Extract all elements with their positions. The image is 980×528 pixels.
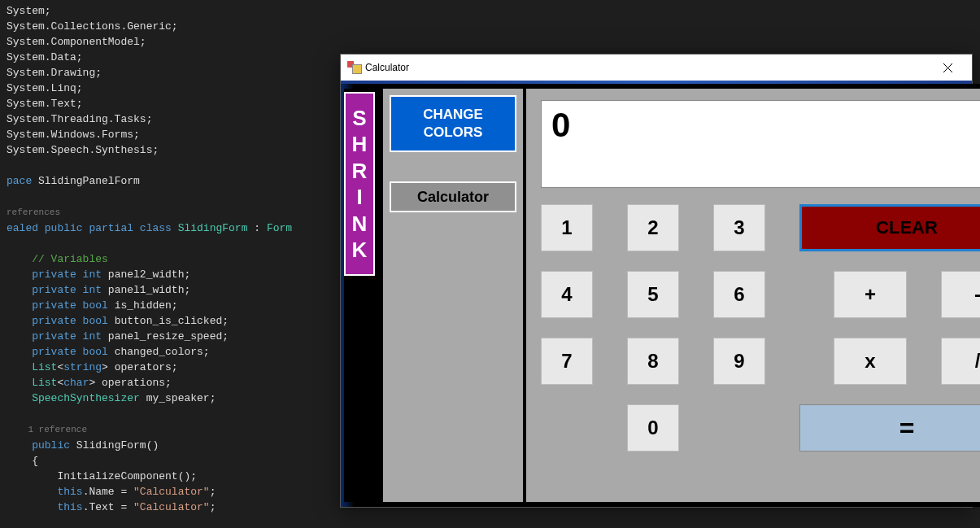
code-token: System.ComponentModel;	[7, 36, 146, 48]
digit-4-button[interactable]: 4	[541, 271, 593, 318]
code-line[interactable]: System;	[7, 3, 980, 19]
code-token	[7, 238, 13, 250]
code-token: 1 reference	[7, 425, 87, 434]
code-token: private int	[7, 330, 108, 343]
shrink-letter: K	[352, 237, 368, 264]
code-token: System.Threading.Tasks;	[7, 113, 152, 125]
clear-button[interactable]: CLEAR	[799, 204, 980, 251]
code-token: SpeechSynthesizer	[7, 392, 140, 404]
code-token: System;	[7, 5, 51, 17]
main-panel: 0 1 2 3 CLEAR 4 5 6 + - 7 8 9 x	[526, 89, 980, 502]
code-token: ;	[210, 486, 216, 498]
digit-3-button[interactable]: 3	[713, 204, 765, 251]
app-icon	[347, 61, 360, 74]
code-token: > operations;	[89, 377, 171, 389]
code-token: .Text =	[83, 501, 133, 513]
digit-8-button[interactable]: 8	[627, 338, 679, 385]
code-token: List	[7, 377, 57, 389]
digit-7-button[interactable]: 7	[541, 338, 593, 385]
shrink-panel: S H R I N K	[344, 89, 380, 502]
shrink-letter: S	[352, 105, 366, 132]
code-token: char	[63, 377, 89, 389]
code-token: ealed public partial class	[7, 222, 178, 234]
shrink-letter: N	[352, 211, 368, 238]
minus-button[interactable]: -	[941, 271, 980, 318]
calculator-window: Calculator S H R I N K CHANGE	[340, 54, 973, 508]
code-token: public	[7, 439, 76, 452]
code-token: "Calculator"	[133, 486, 210, 498]
code-token: :	[247, 222, 266, 234]
code-token: SlidingForm()	[76, 439, 159, 452]
code-token: private int	[7, 284, 108, 296]
code-token: .Name =	[83, 486, 133, 498]
code-token: List	[7, 361, 57, 373]
code-token: System.Text;	[7, 98, 83, 110]
change-colors-button[interactable]: CHANGE COLORS	[390, 95, 516, 152]
window-title: Calculator	[365, 62, 930, 73]
code-token: this	[7, 501, 83, 513]
code-token: panel1_width;	[108, 284, 190, 296]
divide-button[interactable]: /	[941, 338, 980, 385]
shrink-letter: I	[356, 184, 362, 211]
code-token: button_is_clicked;	[115, 315, 229, 327]
code-token: ;	[210, 501, 216, 513]
multiply-button[interactable]: x	[834, 338, 907, 385]
digit-5-button[interactable]: 5	[627, 271, 679, 318]
digit-6-button[interactable]: 6	[713, 271, 765, 318]
code-token	[7, 159, 13, 172]
digit-0-button[interactable]: 0	[627, 404, 679, 452]
code-token: InitializeComponent();	[7, 470, 197, 482]
spacer	[541, 404, 593, 452]
code-token: Form	[267, 222, 292, 234]
code-token: System.Drawing;	[7, 67, 102, 79]
code-token: my_speaker;	[140, 392, 216, 404]
calc-display: 0	[541, 100, 980, 188]
code-token: System.Collections.Generic;	[7, 20, 178, 33]
code-token: private bool	[7, 315, 115, 327]
code-token: // Variables	[7, 253, 108, 265]
shrink-letter: R	[352, 158, 368, 185]
code-token: System.Data;	[7, 51, 83, 63]
code-token	[7, 190, 13, 203]
code-token: private bool	[7, 299, 115, 312]
close-button[interactable]	[930, 55, 965, 80]
shrink-letter: H	[352, 131, 368, 158]
code-token: string	[63, 361, 102, 373]
code-line[interactable]: System.ComponentModel;	[7, 34, 980, 50]
code-token: private bool	[7, 346, 115, 358]
code-token: System.Linq;	[7, 82, 83, 94]
change-colors-line1: CHANGE	[423, 107, 483, 122]
code-token: private int	[7, 268, 108, 281]
shrink-button[interactable]: S H R I N K	[344, 92, 375, 276]
change-colors-line2: COLORS	[424, 124, 483, 140]
side-panel: CHANGE COLORS Calculator	[383, 89, 523, 502]
code-token: this	[7, 486, 83, 498]
code-token: pace	[7, 175, 38, 187]
code-token: panel_resize_speed;	[108, 330, 229, 343]
code-token: references	[7, 207, 60, 217]
digit-1-button[interactable]: 1	[541, 204, 593, 251]
window-titlebar[interactable]: Calculator	[341, 55, 972, 81]
code-token	[7, 408, 13, 420]
code-token: panel2_width;	[108, 268, 190, 281]
code-line[interactable]: System.Collections.Generic;	[7, 19, 980, 34]
digit-2-button[interactable]: 2	[627, 204, 679, 251]
code-token: System.Windows.Forms;	[7, 129, 140, 141]
close-icon	[943, 63, 952, 72]
equals-button[interactable]: =	[799, 404, 980, 452]
code-token: SlidingPanelForm	[38, 175, 140, 187]
spacer	[713, 404, 765, 452]
code-token: {	[7, 455, 38, 467]
digit-9-button[interactable]: 9	[713, 338, 765, 385]
code-token: System.Speech.Synthesis;	[7, 144, 159, 156]
button-grid: 1 2 3 CLEAR 4 5 6 + - 7 8 9 x /	[541, 204, 980, 452]
code-token: is_hidden;	[115, 299, 178, 312]
code-token: changed_colors;	[115, 346, 210, 358]
code-token: "Calculator"	[133, 501, 210, 513]
calculator-label-button[interactable]: Calculator	[390, 181, 516, 212]
code-token: > operators;	[102, 361, 178, 373]
plus-button[interactable]: +	[834, 271, 907, 318]
code-token: SlidingForm	[178, 222, 248, 234]
